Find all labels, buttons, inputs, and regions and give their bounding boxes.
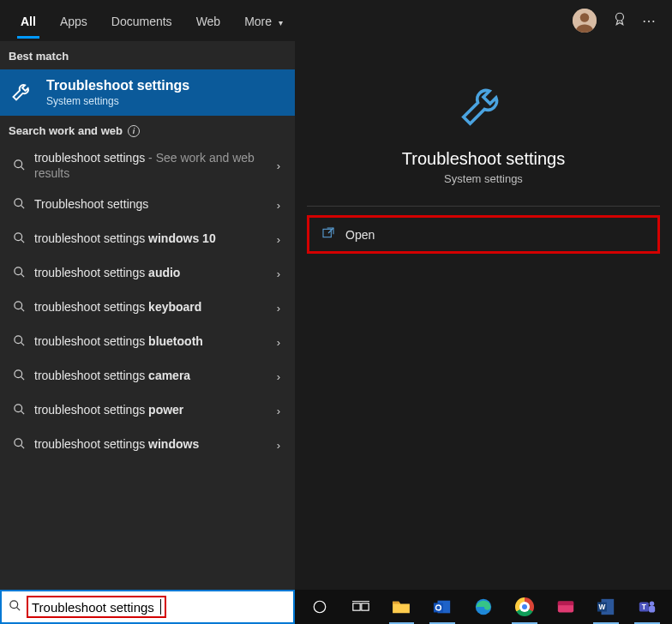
chevron-right-icon[interactable]: ›: [271, 159, 286, 172]
best-match-item[interactable]: Troubleshoot settings System settings: [0, 69, 295, 116]
svg-line-20: [21, 445, 24, 448]
chevron-right-icon[interactable]: ›: [271, 439, 286, 452]
search-icon: [10, 197, 27, 213]
svg-rect-25: [353, 603, 360, 610]
search-result-text: troubleshoot settings power: [34, 403, 271, 418]
search-result-item[interactable]: troubleshoot settings audio›: [0, 256, 295, 291]
more-options-icon[interactable]: ⋯: [634, 13, 663, 29]
search-result-item[interactable]: troubleshoot settings windows 10›: [0, 222, 295, 256]
detail-title: Troubleshoot settings: [402, 149, 565, 169]
svg-point-9: [14, 267, 21, 275]
open-icon: [321, 226, 335, 243]
tab-all[interactable]: All: [9, 3, 48, 39]
svg-point-5: [14, 199, 21, 207]
svg-point-13: [14, 336, 21, 344]
search-icon: [10, 403, 27, 418]
search-result-text: troubleshoot settings windows 10: [34, 231, 271, 247]
wrench-icon: [10, 79, 34, 106]
svg-point-11: [14, 302, 21, 309]
svg-rect-26: [362, 603, 369, 610]
results-panel: Best match Troubleshoot settings System …: [0, 41, 295, 590]
search-icon: [10, 369, 27, 384]
chevron-right-icon[interactable]: ›: [271, 199, 286, 212]
search-result-text: troubleshoot settings - See work and web…: [34, 151, 271, 181]
search-result-item[interactable]: troubleshoot settings - See work and web…: [0, 144, 295, 188]
tab-web[interactable]: Web: [184, 3, 233, 39]
search-box[interactable]: [0, 590, 295, 624]
search-icon: [10, 231, 27, 247]
chevron-right-icon[interactable]: ›: [271, 336, 286, 349]
svg-rect-33: [557, 602, 573, 606]
search-result-text: troubleshoot settings audio: [34, 266, 271, 281]
chevron-down-icon: ▾: [279, 18, 283, 27]
search-result-text: Troubleshoot settings: [34, 197, 271, 213]
word-button[interactable]: W: [586, 590, 626, 624]
svg-line-12: [21, 308, 24, 311]
wrench-icon: [457, 77, 510, 134]
svg-text:T: T: [642, 603, 646, 611]
tab-more[interactable]: More ▾: [232, 3, 295, 39]
search-result-item[interactable]: troubleshoot settings windows›: [0, 428, 295, 462]
svg-point-7: [14, 233, 21, 241]
search-result-text: troubleshoot settings windows: [34, 437, 271, 453]
svg-point-19: [14, 439, 21, 447]
edge-button[interactable]: [464, 590, 503, 624]
svg-line-16: [21, 376, 24, 380]
best-match-subtitle: System settings: [46, 95, 189, 107]
open-label: Open: [345, 228, 375, 242]
file-explorer-button[interactable]: [382, 590, 422, 624]
svg-point-1: [580, 13, 590, 22]
search-icon: [10, 334, 27, 350]
search-result-item[interactable]: troubleshoot settings power›: [0, 393, 295, 428]
rewards-icon[interactable]: [605, 11, 634, 30]
tab-more-label: More: [244, 15, 272, 28]
movies-tv-button[interactable]: [546, 590, 585, 624]
tab-apps[interactable]: Apps: [48, 3, 99, 39]
detail-panel: Troubleshoot settings System settings Op…: [295, 41, 672, 590]
svg-point-22: [10, 601, 18, 609]
svg-line-6: [21, 205, 24, 208]
svg-point-24: [314, 601, 326, 613]
chevron-right-icon[interactable]: ›: [271, 302, 286, 315]
search-result-item[interactable]: troubleshoot settings keyboard›: [0, 291, 295, 325]
best-match-title: Troubleshoot settings: [46, 78, 189, 93]
svg-line-4: [21, 166, 24, 170]
tab-documents[interactable]: Documents: [99, 3, 184, 39]
svg-point-17: [14, 405, 21, 412]
svg-point-38: [650, 602, 655, 607]
info-icon[interactable]: i: [128, 125, 140, 137]
chrome-button[interactable]: [505, 590, 544, 624]
svg-line-18: [21, 411, 24, 414]
user-avatar[interactable]: [573, 9, 597, 33]
svg-point-2: [616, 13, 624, 21]
svg-line-8: [21, 239, 24, 243]
search-icon: [10, 437, 27, 453]
svg-point-3: [14, 159, 21, 167]
svg-rect-29: [434, 603, 443, 612]
search-icon: [10, 266, 27, 281]
detail-subtitle: System settings: [444, 172, 523, 185]
svg-text:W: W: [599, 603, 606, 611]
taskbar: W T: [295, 590, 672, 624]
svg-line-23: [16, 607, 20, 610]
search-result-item[interactable]: troubleshoot settings camera›: [0, 359, 295, 393]
search-result-item[interactable]: troubleshoot settings bluetooth›: [0, 325, 295, 359]
teams-button[interactable]: T: [627, 590, 667, 624]
search-work-web-header: Search work and web i: [0, 116, 295, 144]
chevron-right-icon[interactable]: ›: [271, 267, 286, 280]
search-result-text: troubleshoot settings bluetooth: [34, 334, 271, 350]
search-results-list: troubleshoot settings - See work and web…: [0, 144, 295, 590]
search-result-text: troubleshoot settings keyboard: [34, 300, 271, 315]
chevron-right-icon[interactable]: ›: [271, 233, 286, 246]
open-action[interactable]: Open: [307, 215, 660, 254]
chevron-right-icon[interactable]: ›: [271, 370, 286, 383]
svg-point-15: [14, 370, 21, 378]
task-view-button[interactable]: [341, 590, 381, 624]
search-input[interactable]: [32, 600, 160, 615]
cortana-button[interactable]: [300, 590, 339, 624]
search-result-item[interactable]: Troubleshoot settings›: [0, 188, 295, 222]
svg-rect-39: [649, 606, 655, 612]
search-icon: [10, 300, 27, 315]
chevron-right-icon[interactable]: ›: [271, 405, 286, 417]
outlook-button[interactable]: [423, 590, 462, 624]
